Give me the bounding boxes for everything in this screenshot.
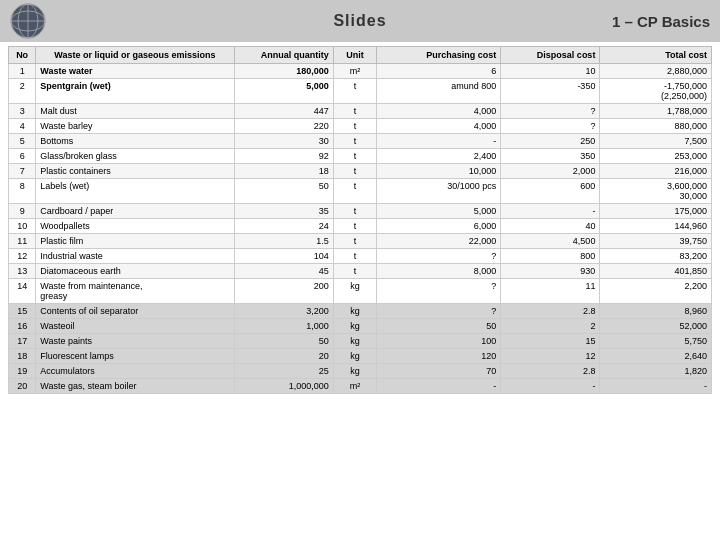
cell-8-0: 9: [9, 204, 36, 219]
cell-11-2: 104: [234, 249, 333, 264]
cell-16-3: kg: [333, 334, 376, 349]
cell-4-5: 250: [501, 134, 600, 149]
cell-18-4: 70: [377, 364, 501, 379]
cell-0-0: 1: [9, 64, 36, 79]
cell-0-5: 10: [501, 64, 600, 79]
cell-2-3: t: [333, 104, 376, 119]
cell-17-4: 120: [377, 349, 501, 364]
cell-15-4: 50: [377, 319, 501, 334]
table-row: 5Bottoms30t-2507,500: [9, 134, 712, 149]
col-header-disposal: Disposal cost: [501, 47, 600, 64]
cell-2-1: Malt dust: [36, 104, 234, 119]
table-row: 7Plastic containers18t10,0002,000216,000: [9, 164, 712, 179]
cell-19-6: -: [600, 379, 712, 394]
cell-1-4: amund 800: [377, 79, 501, 104]
cell-14-1: Contents of oil separator: [36, 304, 234, 319]
cell-1-2: 5,000: [234, 79, 333, 104]
table-row: 11Plastic film1.5t22,0004,50039,750: [9, 234, 712, 249]
cell-9-1: Woodpallets: [36, 219, 234, 234]
cell-5-1: Glass/broken glass: [36, 149, 234, 164]
cell-10-6: 39,750: [600, 234, 712, 249]
table-row: 8Labels (wet)50t30/1000 pcs6003,600,0003…: [9, 179, 712, 204]
waste-table: No Waste or liquid or gaseous emissions …: [8, 46, 712, 394]
cell-5-6: 253,000: [600, 149, 712, 164]
table-row: 2Spentgrain (wet)5,000tamund 800-350-1,7…: [9, 79, 712, 104]
table-header-row: No Waste or liquid or gaseous emissions …: [9, 47, 712, 64]
col-header-no: No: [9, 47, 36, 64]
cell-4-6: 7,500: [600, 134, 712, 149]
main-content: No Waste or liquid or gaseous emissions …: [0, 42, 720, 398]
cell-11-1: Industrial waste: [36, 249, 234, 264]
table-row: 14Waste from maintenance,greasy200kg?112…: [9, 279, 712, 304]
cell-13-1: Waste from maintenance,greasy: [36, 279, 234, 304]
cell-18-1: Accumulators: [36, 364, 234, 379]
cell-9-4: 6,000: [377, 219, 501, 234]
table-row: 13Diatomaceous earth45t8,000930401,850: [9, 264, 712, 279]
cell-8-4: 5,000: [377, 204, 501, 219]
table-row: 3Malt dust447t4,000?1,788,000: [9, 104, 712, 119]
cell-13-6: 2,200: [600, 279, 712, 304]
cell-16-2: 50: [234, 334, 333, 349]
cell-5-5: 350: [501, 149, 600, 164]
cell-19-0: 20: [9, 379, 36, 394]
cell-17-0: 18: [9, 349, 36, 364]
cell-10-4: 22,000: [377, 234, 501, 249]
cell-6-0: 7: [9, 164, 36, 179]
cell-13-5: 11: [501, 279, 600, 304]
cell-7-6: 3,600,00030,000: [600, 179, 712, 204]
cell-16-0: 17: [9, 334, 36, 349]
cell-17-6: 2,640: [600, 349, 712, 364]
cell-11-5: 800: [501, 249, 600, 264]
cell-5-4: 2,400: [377, 149, 501, 164]
col-header-total: Total cost: [600, 47, 712, 64]
cell-13-3: kg: [333, 279, 376, 304]
cell-17-2: 20: [234, 349, 333, 364]
cell-3-4: 4,000: [377, 119, 501, 134]
cell-1-0: 2: [9, 79, 36, 104]
col-header-waste: Waste or liquid or gaseous emissions: [36, 47, 234, 64]
table-row: 10Woodpallets24t6,00040144,960: [9, 219, 712, 234]
cell-9-0: 10: [9, 219, 36, 234]
cell-7-3: t: [333, 179, 376, 204]
cell-2-5: ?: [501, 104, 600, 119]
cell-0-3: m²: [333, 64, 376, 79]
cell-4-1: Bottoms: [36, 134, 234, 149]
cell-2-0: 3: [9, 104, 36, 119]
table-row: 4Waste barley220t4,000?880,000: [9, 119, 712, 134]
cell-12-3: t: [333, 264, 376, 279]
cell-14-4: ?: [377, 304, 501, 319]
col-header-annual: Annual quantity: [234, 47, 333, 64]
cell-1-1: Spentgrain (wet): [36, 79, 234, 104]
cell-17-1: Fluorescent lamps: [36, 349, 234, 364]
cell-5-3: t: [333, 149, 376, 164]
table-row: 19Accumulators25kg702.81,820: [9, 364, 712, 379]
cell-9-3: t: [333, 219, 376, 234]
cell-16-1: Waste paints: [36, 334, 234, 349]
cell-6-3: t: [333, 164, 376, 179]
cell-15-2: 1,000: [234, 319, 333, 334]
cell-19-2: 1,000,000: [234, 379, 333, 394]
cell-13-4: ?: [377, 279, 501, 304]
cell-1-6: -1,750,000(2,250,000): [600, 79, 712, 104]
cell-3-3: t: [333, 119, 376, 134]
cell-19-3: m²: [333, 379, 376, 394]
table-row: 12Industrial waste104t?80083,200: [9, 249, 712, 264]
cell-9-6: 144,960: [600, 219, 712, 234]
cell-4-0: 5: [9, 134, 36, 149]
table-row: 17Waste paints50kg100155,750: [9, 334, 712, 349]
cell-7-0: 8: [9, 179, 36, 204]
cell-10-5: 4,500: [501, 234, 600, 249]
cell-3-0: 4: [9, 119, 36, 134]
cell-7-4: 30/1000 pcs: [377, 179, 501, 204]
cell-12-0: 13: [9, 264, 36, 279]
cell-18-3: kg: [333, 364, 376, 379]
col-header-purchasing: Purchasing cost: [377, 47, 501, 64]
cell-10-1: Plastic film: [36, 234, 234, 249]
cell-3-1: Waste barley: [36, 119, 234, 134]
header-subtitle: 1 – CP Basics: [612, 13, 710, 30]
cell-4-2: 30: [234, 134, 333, 149]
un-logo: [10, 3, 46, 39]
cell-16-5: 15: [501, 334, 600, 349]
cell-19-4: -: [377, 379, 501, 394]
cell-13-2: 200: [234, 279, 333, 304]
